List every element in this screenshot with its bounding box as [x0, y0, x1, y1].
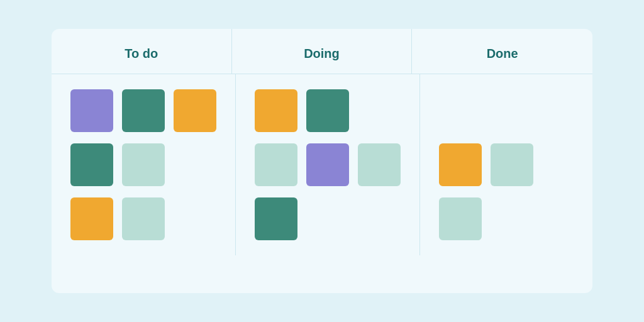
card-row [70, 89, 216, 132]
card-item[interactable] [306, 89, 349, 132]
card-item[interactable] [122, 143, 165, 186]
card-row [439, 89, 574, 132]
card-row [255, 197, 401, 240]
card-item[interactable] [70, 89, 113, 132]
column-header-done: Done [412, 29, 592, 74]
card-item[interactable] [255, 197, 297, 240]
card-row [439, 197, 574, 240]
column-doing [236, 74, 420, 255]
card-item[interactable] [255, 89, 297, 132]
card-row [439, 143, 574, 186]
board-body [52, 74, 592, 255]
card-item[interactable] [70, 143, 113, 186]
card-item[interactable] [122, 89, 165, 132]
card-item[interactable] [439, 197, 482, 240]
card-row [255, 143, 401, 186]
card-row [70, 143, 216, 186]
column-todo [52, 74, 236, 255]
card-item[interactable] [174, 89, 216, 132]
card-item[interactable] [306, 143, 349, 186]
card-item[interactable] [491, 143, 533, 186]
card-item[interactable] [255, 143, 297, 186]
kanban-board: To do Doing Done [52, 29, 592, 293]
card-item[interactable] [358, 143, 401, 186]
column-header-todo: To do [52, 29, 232, 74]
card-item[interactable] [70, 197, 113, 240]
card-row [70, 197, 216, 240]
card-item[interactable] [122, 197, 165, 240]
column-done [420, 74, 592, 255]
card-row [255, 89, 401, 132]
column-header-doing: Doing [232, 29, 413, 74]
card-item[interactable] [439, 143, 482, 186]
board-header: To do Doing Done [52, 29, 592, 74]
